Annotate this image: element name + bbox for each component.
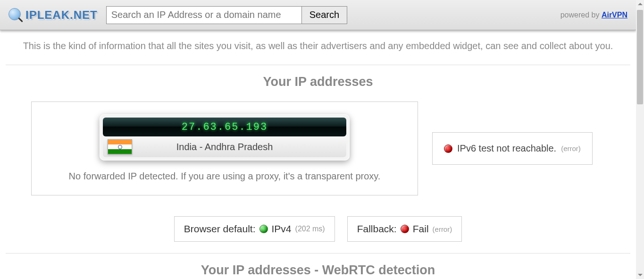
browser-default-box: Browser default: IPv4 (202 ms) <box>174 216 335 242</box>
ip-badge: 27.63.65.193 India - Andhra Pradesh <box>100 114 350 161</box>
chevron-up-icon <box>638 3 643 5</box>
ipv6-status-box: IPv6 test not reachable. (error) <box>432 132 593 165</box>
browser-default-label: Browser default: <box>184 223 256 235</box>
fallback-error-suffix: (error) <box>433 225 452 233</box>
ip-row: 27.63.65.193 India - Andhra Pradesh No f… <box>3 101 633 205</box>
fallback-box: Fallback: Fail (error) <box>347 216 462 242</box>
magnify-globe-icon <box>8 8 23 22</box>
proxy-note: No forwarded IP detected. If you are usi… <box>42 171 407 182</box>
browser-default-value: IPv4 <box>272 223 292 235</box>
site-logo[interactable]: IPLEAK.NET <box>8 8 98 22</box>
powered-by: powered by AirVPN <box>560 11 627 19</box>
intro-text: This is the kind of information that all… <box>3 30 633 65</box>
scroll-down-button[interactable] <box>636 271 644 279</box>
powered-prefix: powered by <box>560 11 602 19</box>
search-button[interactable]: Search <box>301 6 347 24</box>
vertical-scrollbar[interactable] <box>636 0 644 279</box>
protocol-row: Browser default: IPv4 (202 ms) Fallback:… <box>3 216 633 242</box>
ip-address: 27.63.65.193 <box>103 118 346 136</box>
ip-card: 27.63.65.193 India - Andhra Pradesh No f… <box>31 101 418 195</box>
ipv6-status-text: IPv6 test not reachable. <box>457 143 556 154</box>
search-input[interactable] <box>106 6 302 24</box>
fallback-label: Fallback: <box>357 223 397 235</box>
ip-location-row: India - Andhra Pradesh <box>103 136 346 157</box>
status-dot-green-icon <box>259 225 268 233</box>
main-content: This is the kind of information that all… <box>0 30 636 278</box>
divider <box>6 253 630 254</box>
chevron-down-icon <box>638 274 643 276</box>
scroll-track[interactable] <box>636 8 644 271</box>
fallback-value: Fail <box>413 223 429 235</box>
scroll-up-button[interactable] <box>636 0 644 8</box>
header-bar: IPLEAK.NET Search powered by AirVPN <box>0 0 636 30</box>
status-dot-red-icon <box>401 225 409 233</box>
ipv6-error-suffix: (error) <box>561 144 581 152</box>
webrtc-section-heading: Your IP addresses - WebRTC detection <box>3 263 633 278</box>
scroll-thumb[interactable] <box>637 10 643 104</box>
status-dot-red-icon <box>444 144 452 153</box>
flag-india-icon <box>108 139 132 154</box>
divider <box>6 65 630 65</box>
logo-text: IPLEAK.NET <box>25 8 98 22</box>
ip-section-heading: Your IP addresses <box>3 75 633 89</box>
ip-location: India - Andhra Pradesh <box>176 142 273 152</box>
airvpn-link[interactable]: AirVPN <box>602 11 627 19</box>
browser-default-ms: (202 ms) <box>295 225 325 233</box>
